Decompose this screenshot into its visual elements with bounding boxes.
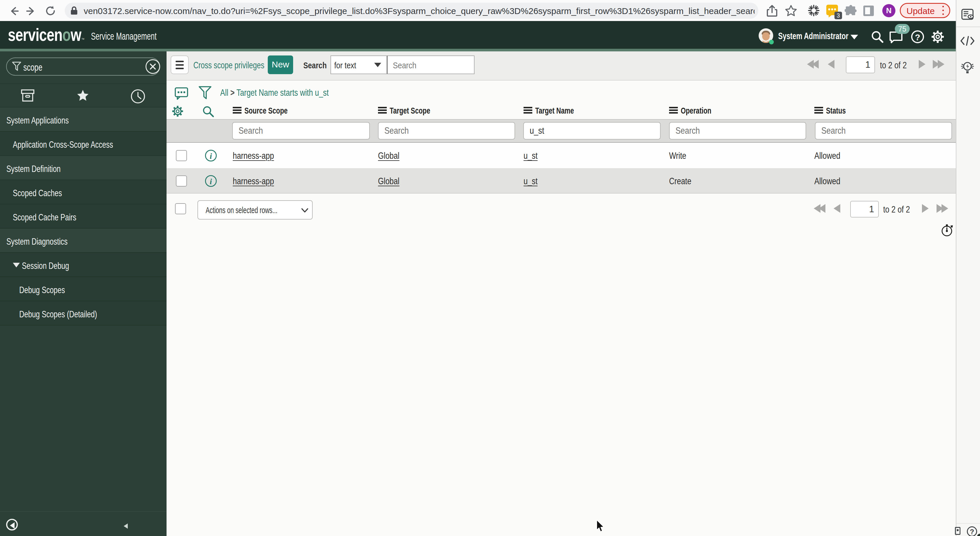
- svg-text:3: 3: [837, 12, 840, 19]
